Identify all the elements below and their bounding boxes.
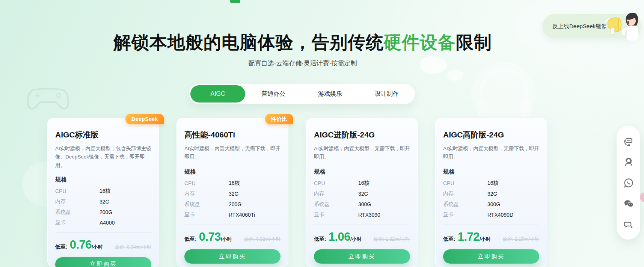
spec-row-disk: 系统盘300G: [314, 199, 410, 210]
price-unit: /小时: [350, 236, 362, 243]
buy-now-button[interactable]: 立即购买: [443, 249, 539, 264]
spec-label: CPU: [184, 180, 229, 186]
plan-card-aigc-premium[interactable]: AIGC高阶版-24G AI实时建模，内置大模型，无需下载，即开即用。 规格 C…: [435, 118, 547, 267]
spec-value: 16核: [487, 180, 499, 187]
plan-description: AI实时建模，内置大模型，包含头部博主镜像、DeepSeek镜像，无需下载，即开…: [55, 145, 151, 170]
deepseek-notice-banner[interactable]: 反上线DeepSeek镜像！: [543, 14, 641, 38]
spec-label: 系统盘: [314, 201, 358, 208]
spec-row-memory: 内存32G: [184, 189, 281, 199]
price-row: 低至: 1.72 /小时 原价: 2.15元/小时: [443, 230, 539, 244]
spec-label: CPU: [314, 180, 358, 186]
decorative-pink-dot: [640, 192, 644, 202]
buy-now-button[interactable]: 立即购买: [184, 249, 281, 264]
spec-label: 内存: [314, 190, 358, 197]
price-row: 低至: 0.73 /小时 原价: 0.92元/小时: [184, 230, 281, 244]
spec-label: 显卡: [314, 211, 358, 218]
hero-section: 解锁本地般的电脑体验，告别传统硬件设备限制 配置自选·云端存储·灵活计费·按需定…: [0, 0, 605, 68]
price-unit: /小时: [92, 244, 103, 250]
plan-description: AI实时建模，内置大模型，无需下载，即开即用。: [314, 145, 410, 162]
spec-value: 32G: [229, 191, 238, 197]
buy-now-button[interactable]: 立即购买: [314, 249, 410, 264]
spec-row-gpu: 显卡RTX4060Ti: [184, 210, 281, 220]
background-blob: [471, 62, 535, 126]
spec-value: 300G: [487, 201, 500, 207]
spec-row-disk: 系统盘300G: [443, 199, 539, 210]
price-value: 0.73: [199, 230, 221, 244]
spec-value: RTX3090: [358, 212, 380, 218]
spec-row-disk: 系统盘200G: [55, 207, 151, 217]
divider: [314, 225, 410, 225]
online-service-chat-icon[interactable]: [623, 136, 634, 147]
original-price: 原价: 0.94元/小时: [115, 244, 151, 250]
price-prefix: 低至:: [55, 244, 68, 250]
spec-label: CPU: [55, 188, 100, 194]
price-value: 1.72: [458, 230, 480, 244]
spec-row-memory: 内存32G: [55, 196, 151, 207]
price-prefix: 低至:: [443, 236, 455, 243]
tab-aigc[interactable]: AIGC: [190, 85, 245, 103]
spec-row-cpu: CPU16核: [55, 186, 151, 196]
spec-value: A4000: [100, 220, 115, 226]
original-price: 原价: 2.15元/小时: [503, 236, 539, 243]
page-subtitle: 配置自选·云端存储·灵活计费·按需定制: [0, 59, 605, 68]
deepseek-badge: DeepSeek: [125, 114, 164, 124]
price-unit: /小时: [221, 236, 232, 243]
spec-label: 系统盘: [184, 201, 229, 208]
spec-row-gpu: 显卡RTX3090: [314, 210, 410, 220]
feedback-chat-icon[interactable]: [623, 219, 634, 230]
spec-value: 16核: [358, 180, 370, 187]
price-value: 0.76: [70, 238, 92, 252]
page-title: 解锁本地般的电脑体验，告别传统硬件设备限制: [0, 0, 605, 54]
spec-row-cpu: CPU16核: [443, 178, 539, 189]
gamepad-illustration: [26, 79, 71, 116]
plan-card-4060ti[interactable]: 性价比 高性能-4060Ti AI实时建模，内置大模型，无需下载，即开即用。 规…: [176, 118, 288, 267]
spec-label: 显卡: [184, 211, 229, 218]
spec-row-cpu: CPU16核: [184, 178, 281, 189]
spec-value: 300G: [358, 201, 371, 207]
floating-contact-toolbar: [617, 126, 640, 240]
spec-row-disk: 系统盘200G: [184, 199, 281, 210]
spec-value: 32G: [100, 199, 109, 205]
plan-card-aigc-advanced[interactable]: AIGC进阶版-24G AI实时建模，内置大模型，无需下载，即开即用。 规格 C…: [306, 118, 418, 267]
spec-label: 系统盘: [55, 209, 100, 216]
spec-row-gpu: 显卡A4000: [55, 217, 151, 228]
spec-row-memory: 内存32G: [443, 189, 539, 199]
divider: [55, 232, 151, 233]
divider: [443, 225, 539, 225]
tab-design[interactable]: 设计制作: [358, 90, 415, 98]
plan-card-aigc-standard[interactable]: DeepSeek AIGC标准版 AI实时建模，内置大模型，包含头部博主镜像、D…: [47, 118, 159, 267]
plan-title: AIGC进阶版-24G: [314, 130, 410, 140]
value-badge: 性价比: [265, 114, 294, 124]
spec-value: RTX4090D: [487, 212, 513, 218]
page-title-highlight: 硬件设备: [384, 32, 456, 52]
tab-office[interactable]: 普通办公: [245, 90, 302, 98]
spec-row-memory: 内存32G: [314, 189, 410, 199]
original-price: 原价: 1.32元/小时: [374, 236, 410, 243]
megaphone-announcer-illustration: [603, 12, 639, 41]
spec-heading: 规格: [184, 168, 281, 176]
buy-now-button[interactable]: 立即购买: [55, 257, 151, 267]
spec-heading: 规格: [443, 168, 539, 176]
spec-heading: 规格: [55, 176, 151, 184]
background-blob: [447, 69, 463, 81]
spec-value: RTX4060Ti: [229, 212, 255, 218]
spec-label: 内存: [184, 190, 229, 197]
page-title-suffix: 限制: [456, 32, 492, 52]
spec-row-cpu: CPU16核: [314, 178, 410, 189]
original-price: 原价: 0.92元/小时: [244, 236, 281, 243]
spec-value: 32G: [358, 191, 368, 197]
pricing-page: 解锁本地般的电脑体验，告别传统硬件设备限制 配置自选·云端存储·灵活计费·按需定…: [0, 0, 644, 267]
spec-label: CPU: [443, 180, 487, 186]
plan-description: AI实时建模，内置大模型，无需下载，即开即用。: [443, 145, 539, 162]
price-unit: /小时: [480, 236, 491, 243]
price-prefix: 低至:: [314, 236, 326, 243]
spec-label: 显卡: [55, 219, 100, 226]
human-agent-icon[interactable]: [623, 156, 634, 167]
tab-gaming[interactable]: 游戏娱乐: [302, 90, 359, 98]
wechat-icon[interactable]: [623, 198, 634, 209]
phone-contact-icon[interactable]: [623, 177, 634, 189]
spec-row-gpu: 显卡RTX4090D: [443, 210, 539, 220]
spec-label: 显卡: [443, 211, 487, 218]
price-prefix: 低至:: [184, 236, 197, 243]
divider: [184, 225, 281, 225]
